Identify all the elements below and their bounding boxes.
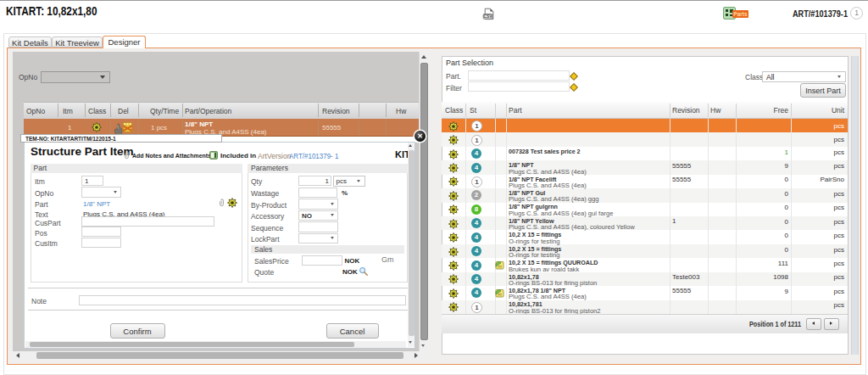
svg-text:CSV: CSV [484,14,493,19]
